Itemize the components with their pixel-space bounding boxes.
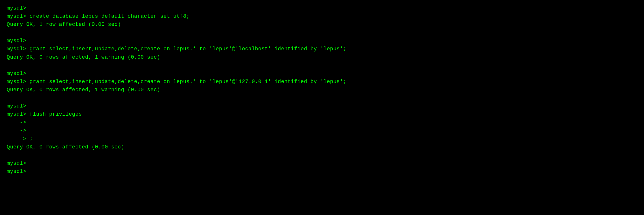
terminal-line-12 <box>7 94 637 102</box>
terminal-line-21: mysql> <box>7 168 637 176</box>
terminal-line-11: Query OK, 0 rows affected, 1 warning (0.… <box>7 86 637 94</box>
terminal-line-4 <box>7 29 637 37</box>
terminal-line-14: mysql> flush privileges <box>7 110 637 118</box>
terminal-line-16: -> <box>7 127 637 135</box>
terminal-window: mysql> mysql> create database lepus defa… <box>4 2 640 215</box>
terminal-line-19 <box>7 151 637 160</box>
terminal-line-7: Query OK, 0 rows affected, 1 warning (0.… <box>7 54 637 62</box>
terminal-line-9: mysql> <box>7 70 637 78</box>
terminal-line-15: -> <box>7 118 637 127</box>
terminal-line-1: mysql> <box>7 4 637 12</box>
terminal-line-2: mysql> create database lepus default cha… <box>7 12 637 20</box>
terminal-line-20: mysql> <box>7 160 637 168</box>
terminal-line-8 <box>7 62 637 70</box>
terminal-line-3: Query OK, 1 row affected (0.00 sec) <box>7 20 637 29</box>
terminal-line-17: -> ; <box>7 135 637 143</box>
terminal-line-18: Query OK, 0 rows affected (0.00 sec) <box>7 143 637 151</box>
terminal-line-10: mysql> grant select,insert,update,delete… <box>7 78 637 86</box>
terminal-line-6: mysql> grant select,insert,update,delete… <box>7 45 637 53</box>
terminal-line-13: mysql> <box>7 102 637 110</box>
terminal-line-5: mysql> <box>7 37 637 45</box>
